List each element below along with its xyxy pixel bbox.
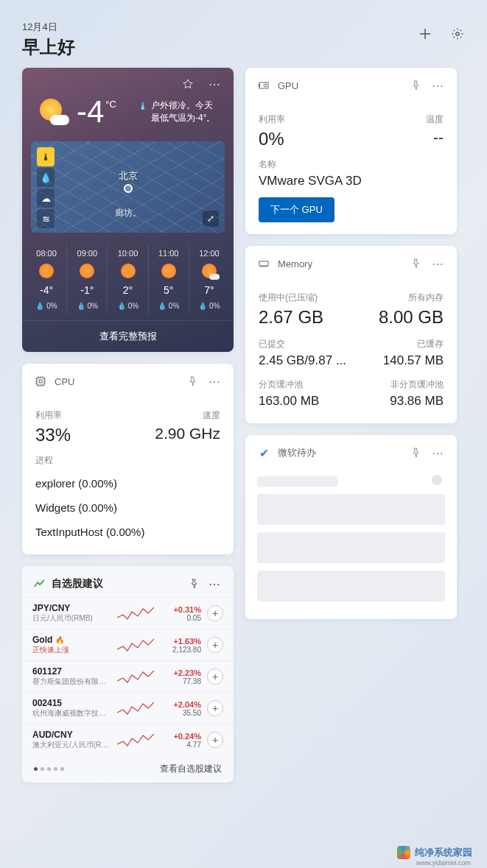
map-tab-wind[interactable]: ≋ bbox=[37, 209, 55, 228]
pagination-dots[interactable] bbox=[34, 767, 64, 771]
full-forecast-link[interactable]: 查看完整预报 bbox=[22, 320, 234, 352]
stock-sparkline bbox=[117, 604, 154, 622]
stock-row[interactable]: Gold🔥 正快速上涨 +1.63% 2,123.80 + bbox=[22, 629, 234, 660]
watermark-icon bbox=[397, 846, 410, 859]
more-icon[interactable]: ⋯ bbox=[430, 445, 445, 460]
add-stock-button[interactable]: + bbox=[207, 700, 223, 716]
hour-column[interactable]: 12:00 7° 💧 0% bbox=[189, 244, 229, 314]
add-stock-button[interactable]: + bbox=[207, 637, 223, 653]
pin-icon[interactable] bbox=[408, 256, 423, 271]
mem-used-value: 2.67 GB bbox=[259, 307, 323, 328]
gpu-util-label: 利用率 bbox=[259, 113, 285, 126]
hour-time: 09:00 bbox=[77, 249, 98, 258]
more-icon[interactable]: ⋯ bbox=[207, 374, 222, 389]
map-city-label: 北京 bbox=[119, 169, 138, 183]
hour-column[interactable]: 10:00 2° 💧 0% bbox=[107, 244, 147, 314]
stock-row[interactable]: JPY/CNY 日元/人民币(RMB) +0.31% 0.05 + bbox=[22, 597, 234, 629]
svg-point-4 bbox=[264, 84, 267, 87]
map-city-marker bbox=[124, 184, 133, 193]
hour-rain: 💧 0% bbox=[35, 302, 57, 310]
hour-column[interactable]: 08:00 -4° 💧 0% bbox=[27, 244, 66, 314]
map-tab-precip[interactable]: 💧 bbox=[37, 168, 55, 187]
todo-card: ✔ 微软待办 ⋯ bbox=[245, 435, 457, 619]
hour-temp: 5° bbox=[164, 284, 173, 296]
hour-temp: 2° bbox=[123, 284, 133, 296]
mem-total-value: 8.00 GB bbox=[379, 307, 444, 328]
mem-total-label: 所有内存 bbox=[408, 292, 444, 304]
pin-icon[interactable] bbox=[185, 374, 200, 389]
gpu-temp-value: -- bbox=[433, 129, 444, 149]
hour-column[interactable]: 09:00 -1° 💧 0% bbox=[66, 244, 107, 314]
hour-time: 12:00 bbox=[199, 249, 220, 258]
more-icon[interactable]: ⋯ bbox=[207, 576, 222, 591]
skeleton-block bbox=[257, 494, 445, 525]
svg-rect-2 bbox=[39, 380, 42, 383]
stock-change: +1.63% bbox=[160, 637, 201, 646]
cpu-speed-label: 速度 bbox=[203, 409, 220, 422]
stock-change: +0.31% bbox=[160, 605, 201, 614]
mem-commit-value: 2.45 GB/9.87 ... bbox=[259, 353, 346, 368]
stock-sparkline bbox=[117, 668, 154, 685]
stocks-icon bbox=[34, 578, 46, 590]
add-stock-button[interactable]: + bbox=[207, 605, 223, 621]
gpu-icon bbox=[257, 79, 270, 92]
pin-icon[interactable] bbox=[408, 445, 423, 460]
hour-temp: -4° bbox=[40, 284, 53, 296]
next-gpu-button[interactable]: 下一个 GPU bbox=[259, 197, 334, 222]
skeleton-line bbox=[257, 476, 338, 487]
gpu-card: GPU ⋯ 利用率温度 0%-- 名称 VMware SVGA 3D 下一个 G… bbox=[245, 68, 457, 234]
mem-cached-label: 已缓存 bbox=[417, 338, 444, 350]
hour-column[interactable]: 11:00 5° 💧 0% bbox=[148, 244, 189, 314]
svg-point-0 bbox=[456, 32, 459, 35]
mem-cached-value: 140.57 MB bbox=[383, 353, 444, 368]
stock-subtitle: 赛力斯集团股份有限公司 bbox=[32, 677, 111, 687]
process-item: explorer (0.00%) bbox=[35, 470, 220, 494]
map-tab-temp[interactable]: 🌡 bbox=[37, 147, 55, 166]
fire-icon: 🔥 bbox=[55, 636, 64, 644]
gpu-name-label: 名称 bbox=[259, 158, 444, 171]
pin-icon[interactable] bbox=[181, 77, 195, 91]
settings-button[interactable] bbox=[450, 27, 465, 41]
stock-row[interactable]: AUD/CNY 澳大利亚元/人民币(RMB) +0.24% 4.77 + bbox=[22, 724, 234, 755]
add-stock-button[interactable]: + bbox=[207, 732, 223, 748]
hour-time: 08:00 bbox=[36, 249, 57, 258]
stock-symbol: 002415 bbox=[32, 698, 111, 708]
cpu-card: CPU ⋯ 利用率速度 33%2.90 GHz 进程 explorer (0.0… bbox=[22, 364, 234, 554]
stock-symbol: 601127 bbox=[32, 666, 111, 677]
more-icon[interactable]: ⋯ bbox=[207, 77, 222, 91]
view-watchlist-link[interactable]: 查看自选股建议 bbox=[69, 763, 222, 775]
skeleton-block bbox=[257, 571, 445, 601]
hour-weather-icon bbox=[161, 264, 176, 278]
stock-sparkline bbox=[117, 731, 154, 749]
more-icon[interactable]: ⋯ bbox=[430, 78, 445, 93]
thermometer-icon: 🌡 bbox=[138, 99, 148, 124]
todo-title: 微软待办 bbox=[278, 446, 401, 459]
gpu-temp-label: 温度 bbox=[426, 113, 444, 126]
hour-weather-icon bbox=[202, 264, 217, 278]
pin-icon[interactable] bbox=[186, 576, 201, 591]
add-widget-button[interactable] bbox=[418, 27, 432, 41]
stock-price: 35.50 bbox=[160, 709, 201, 717]
stocks-title: 自选股建议 bbox=[52, 577, 181, 590]
stock-row[interactable]: 002415 杭州海康威视数字技术股份… +2.04% 35.50 + bbox=[22, 692, 234, 724]
map-tab-cloud[interactable]: ☁ bbox=[37, 188, 55, 208]
hour-rain: 💧 0% bbox=[158, 302, 179, 310]
stock-subtitle: 澳大利亚元/人民币(RMB) bbox=[32, 740, 111, 750]
pin-icon[interactable] bbox=[408, 78, 423, 93]
stock-subtitle: 正快速上涨 bbox=[32, 645, 111, 655]
weather-map[interactable]: 🌡 💧 ☁ ≋ 北京 廊坊。 ⤢ bbox=[31, 141, 225, 233]
stock-symbol: Gold🔥 bbox=[32, 635, 111, 645]
stock-row[interactable]: 601127 赛力斯集团股份有限公司 +2.23% 77.38 + bbox=[22, 660, 234, 692]
more-icon[interactable]: ⋯ bbox=[430, 256, 445, 271]
watermark-url: www.yidaimei.com bbox=[416, 859, 471, 867]
hour-weather-icon bbox=[39, 264, 54, 278]
expand-icon[interactable]: ⤢ bbox=[203, 211, 219, 227]
add-stock-button[interactable]: + bbox=[207, 668, 223, 685]
header-greeting: 早上好 bbox=[22, 35, 75, 59]
cpu-speed-value: 2.90 GHz bbox=[155, 425, 220, 445]
mem-used-label: 使用中(已压缩) bbox=[259, 292, 318, 304]
hour-time: 11:00 bbox=[158, 249, 179, 258]
header-date: 12月4日 bbox=[22, 21, 75, 34]
hour-temp: 7° bbox=[204, 284, 214, 296]
stock-price: 4.77 bbox=[160, 741, 201, 749]
